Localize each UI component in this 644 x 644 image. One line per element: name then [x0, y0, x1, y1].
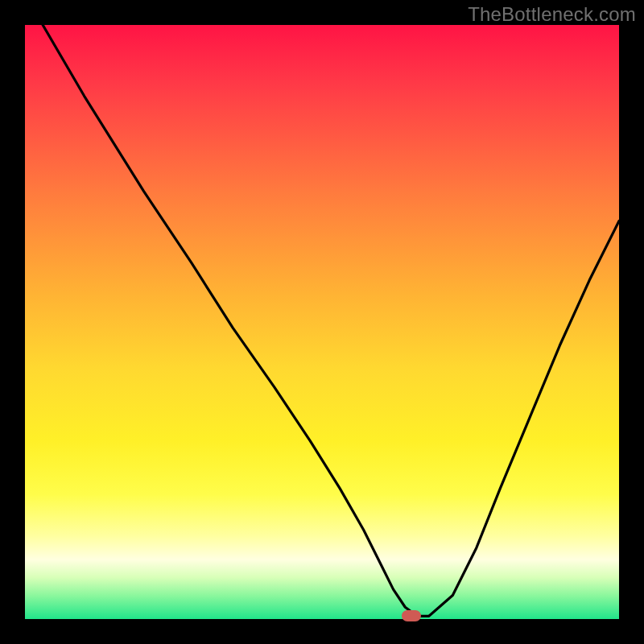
- chart-frame: TheBottleneck.com: [0, 0, 644, 644]
- optimal-marker: [402, 610, 421, 621]
- bottleneck-curve: [25, 25, 619, 619]
- plot-area: [25, 25, 619, 619]
- watermark-text: TheBottleneck.com: [468, 3, 636, 26]
